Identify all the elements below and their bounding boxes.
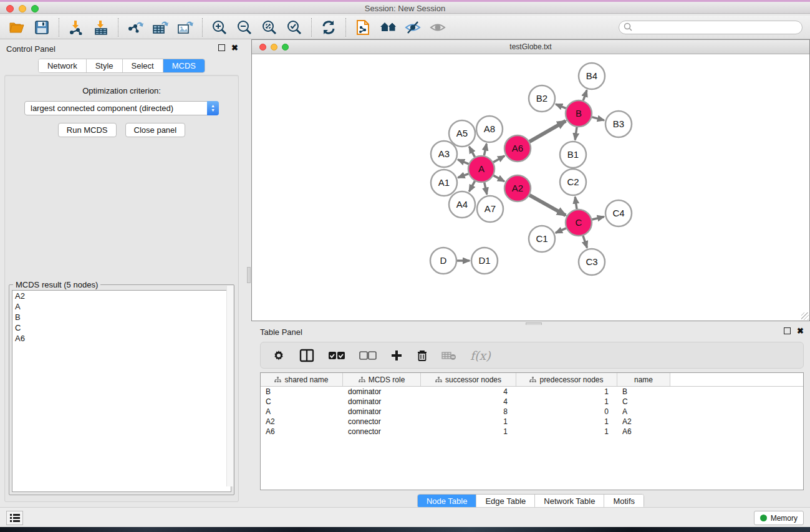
save-session-icon[interactable] xyxy=(34,19,50,36)
task-history-icon[interactable] xyxy=(6,511,23,525)
column-header-name[interactable]: name xyxy=(617,373,670,386)
node-B2[interactable]: B2 xyxy=(529,85,555,112)
column-header-shared-name[interactable]: shared name xyxy=(261,373,343,386)
gear-icon[interactable] xyxy=(272,347,286,364)
table-cell[interactable]: 1 xyxy=(516,427,617,436)
edge-B-B3[interactable] xyxy=(592,117,604,120)
float-panel-icon[interactable] xyxy=(218,44,225,51)
table-cell[interactable]: connector xyxy=(343,417,421,426)
run-mcds-button[interactable]: Run MCDS xyxy=(58,123,117,137)
search-field[interactable] xyxy=(619,21,803,34)
table-cell[interactable]: connector xyxy=(343,427,421,436)
node-B3[interactable]: B3 xyxy=(605,111,632,137)
table-cell[interactable]: 4 xyxy=(421,397,516,406)
search-input[interactable] xyxy=(633,23,789,32)
edge-C-C1[interactable] xyxy=(556,228,566,233)
column-header-MCDS-role[interactable]: MCDS role xyxy=(343,373,421,386)
table-row[interactable]: A2connector11A2 xyxy=(261,417,803,427)
edge-A2-C[interactable] xyxy=(529,195,566,215)
tab-select[interactable]: Select xyxy=(123,59,163,72)
column-header-successor-nodes[interactable]: successor nodes xyxy=(421,373,516,386)
result-list-scrollbar[interactable] xyxy=(226,286,233,486)
close-panel-icon[interactable]: ✖ xyxy=(231,44,238,51)
node-B[interactable]: B xyxy=(566,100,592,127)
show-graphics-details-icon[interactable] xyxy=(430,19,446,36)
edge-A-A7[interactable] xyxy=(485,182,487,194)
table-cell[interactable]: 1 xyxy=(516,397,617,406)
node-A6[interactable]: A6 xyxy=(504,135,531,162)
criterion-dropdown[interactable]: largest connected component (directed) ▲… xyxy=(24,101,219,115)
edge-B-B4[interactable] xyxy=(583,90,587,101)
node-A3[interactable]: A3 xyxy=(431,141,457,167)
network-canvas[interactable]: B4B2BB3A5A8A6A3AB1A1A2C2A4A7C4C1CC3DD1 xyxy=(252,55,809,321)
node-A7[interactable]: A7 xyxy=(477,196,503,222)
edge-A-A8[interactable] xyxy=(484,144,486,156)
node-A1[interactable]: A1 xyxy=(431,170,457,196)
table-cell[interactable]: dominator xyxy=(343,407,421,416)
edge-C-C4[interactable] xyxy=(592,216,604,220)
node-C[interactable]: C xyxy=(566,210,592,236)
table-cell[interactable]: A xyxy=(617,407,670,416)
table-cell[interactable]: A6 xyxy=(617,427,670,436)
result-list-item[interactable]: C xyxy=(12,322,231,333)
edge-B-B2[interactable] xyxy=(556,104,566,109)
table-cell[interactable]: 8 xyxy=(421,407,516,416)
node-C1[interactable]: C1 xyxy=(529,226,555,252)
zoom-out-icon[interactable] xyxy=(236,19,253,36)
zoom-selected-icon[interactable] xyxy=(286,19,302,36)
open-file-icon[interactable] xyxy=(9,19,25,36)
select-all-icon[interactable] xyxy=(328,347,345,364)
table-cell[interactable]: 1 xyxy=(516,417,617,426)
network-file-icon[interactable] xyxy=(355,19,371,36)
table-row[interactable]: Cdominator41C xyxy=(261,397,803,407)
zoom-in-icon[interactable] xyxy=(211,19,228,36)
vertical-splitter-handle[interactable] xyxy=(247,267,251,283)
result-list-item[interactable]: B xyxy=(12,312,231,322)
tab-motifs[interactable]: Motifs xyxy=(604,495,644,508)
table-float-panel-icon[interactable] xyxy=(784,327,791,334)
resize-grip-icon[interactable] xyxy=(801,312,809,320)
edge-C-C3[interactable] xyxy=(583,236,587,248)
tab-network[interactable]: Network xyxy=(39,59,87,72)
memory-button[interactable]: Memory xyxy=(754,511,804,525)
deselect-all-icon[interactable] xyxy=(359,347,377,364)
edge-A6-B[interactable] xyxy=(529,121,566,142)
node-A5[interactable]: A5 xyxy=(449,120,475,147)
table-cell[interactable]: A xyxy=(261,407,343,416)
tab-node-table[interactable]: Node Table xyxy=(418,495,477,508)
node-B1[interactable]: B1 xyxy=(560,142,586,168)
table-cell[interactable]: C xyxy=(261,397,343,406)
node-A8[interactable]: A8 xyxy=(476,116,503,142)
function-builder-icon[interactable]: f(x) xyxy=(470,347,491,364)
table-row[interactable]: Adominator80A xyxy=(261,407,803,417)
refresh-layout-icon[interactable] xyxy=(321,19,337,36)
table-cell[interactable]: dominator xyxy=(343,387,421,396)
table-cell[interactable]: 1 xyxy=(421,417,516,426)
edge-A-A5[interactable] xyxy=(469,147,475,157)
edge-C-C2[interactable] xyxy=(575,197,577,209)
table-cell[interactable]: 1 xyxy=(421,427,516,436)
node-B4[interactable]: B4 xyxy=(579,63,605,89)
edge-A-A6[interactable] xyxy=(493,156,504,162)
node-C2[interactable]: C2 xyxy=(560,169,586,195)
hide-graphics-details-icon[interactable] xyxy=(405,19,421,36)
close-panel-button[interactable]: Close panel xyxy=(125,123,186,137)
table-cell[interactable]: A2 xyxy=(617,417,670,426)
node-A[interactable]: A xyxy=(468,156,494,182)
table-cell[interactable]: B xyxy=(617,387,670,396)
import-table-icon[interactable] xyxy=(93,19,109,36)
result-list-item[interactable]: A xyxy=(12,301,231,312)
table-cell[interactable]: A2 xyxy=(261,417,343,426)
column-layout-icon[interactable] xyxy=(299,347,314,364)
table-cell[interactable]: 1 xyxy=(516,387,617,396)
add-column-icon[interactable] xyxy=(390,347,403,364)
table-cell[interactable]: 4 xyxy=(421,387,516,396)
result-list-item[interactable]: A6 xyxy=(12,333,231,344)
tab-edge-table[interactable]: Edge Table xyxy=(476,495,535,508)
tab-network-table[interactable]: Network Table xyxy=(535,495,604,508)
column-header-predecessor-nodes[interactable]: predecessor nodes xyxy=(516,373,617,386)
tab-style[interactable]: Style xyxy=(87,59,123,72)
import-network-icon[interactable] xyxy=(68,19,84,36)
edge-A-A4[interactable] xyxy=(469,181,475,191)
table-cell[interactable]: B xyxy=(261,387,343,396)
